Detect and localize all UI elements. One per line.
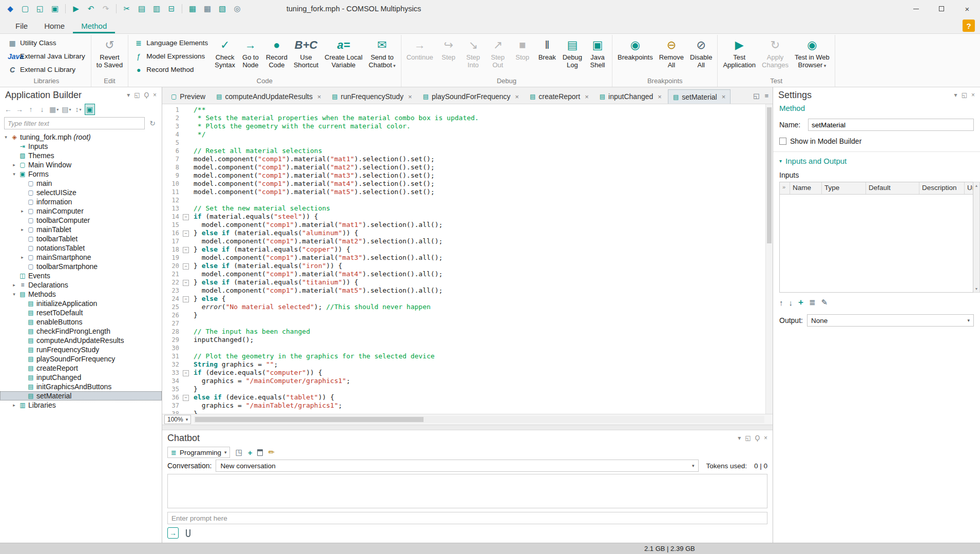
edit-button[interactable]: ✎ bbox=[821, 298, 828, 307]
tree-item-forms[interactable]: ▾▣Forms bbox=[0, 169, 162, 179]
code-line[interactable]: 6// Reset all material selections bbox=[162, 147, 773, 155]
inputs-table-body[interactable] bbox=[780, 195, 973, 292]
move-up-icon[interactable]: ↑ bbox=[26, 104, 36, 115]
editor-vertical-scrollbar[interactable] bbox=[765, 104, 773, 414]
editor-tab-runfrequencystudy[interactable]: ▤runFrequencyStudy× bbox=[328, 89, 417, 104]
add-button[interactable]: + bbox=[798, 297, 803, 308]
save-icon[interactable]: ▣ bbox=[49, 3, 61, 15]
ribbon-tab-home[interactable]: Home bbox=[36, 19, 73, 33]
ribbon-button-language-elements[interactable]: ≣Language Elements bbox=[131, 36, 211, 49]
tree-item-mainsmartphone[interactable]: ▸▢mainSmartphone bbox=[0, 253, 162, 262]
splitter[interactable] bbox=[162, 425, 773, 430]
move-down-icon[interactable]: ↓ bbox=[37, 104, 47, 115]
tree-item-maintablet[interactable]: ▸▢mainTablet bbox=[0, 225, 162, 234]
mode-select[interactable]: ≣ Programming ▾ bbox=[167, 447, 230, 458]
code-line[interactable]: 15 model.component("comp1").material("ma… bbox=[162, 221, 773, 229]
code-line[interactable]: 2 * Sets the material properties when th… bbox=[162, 114, 773, 122]
ribbon-button-debug-log[interactable]: ▤Debug Log bbox=[560, 35, 585, 69]
conversation-select[interactable]: New conversation ▾ bbox=[216, 460, 699, 472]
code-line[interactable]: 4 */ bbox=[162, 130, 773, 139]
code-line[interactable]: 14if (material.equals("steel")) { bbox=[162, 213, 773, 221]
pin-icon[interactable]: Ϙ bbox=[755, 434, 760, 442]
ribbon-button-step[interactable]: ↪Step bbox=[437, 35, 460, 61]
code-line[interactable]: 20} else if (material.equals("iron")) { bbox=[162, 262, 773, 270]
ribbon-button-remove-all[interactable]: ⊖Remove All bbox=[657, 35, 686, 69]
tree-item-playsoundforfrequency[interactable]: ▤playSoundForFrequency bbox=[0, 354, 162, 364]
tree-item-initgraphicsandbuttons[interactable]: ▤initGraphicsAndButtons bbox=[0, 382, 162, 391]
tree-item-createreport[interactable]: ▤createReport bbox=[0, 364, 162, 373]
add-conversation-icon[interactable]: + bbox=[248, 448, 253, 457]
back-icon[interactable]: ← bbox=[3, 104, 13, 115]
close-icon[interactable]: × bbox=[764, 434, 767, 442]
scroll-down-icon[interactable]: ▼ bbox=[975, 287, 978, 291]
name-input[interactable] bbox=[808, 119, 974, 131]
collapse-icon[interactable]: ▾ bbox=[738, 434, 741, 442]
fold-marker-icon[interactable] bbox=[182, 245, 190, 254]
fold-marker-icon[interactable] bbox=[182, 229, 190, 237]
code-line[interactable]: 36else if (device.equals("tablet")) { bbox=[162, 393, 773, 402]
fold-marker-icon[interactable] bbox=[182, 369, 190, 377]
code-line[interactable]: 8model.component("comp1").material("mat2… bbox=[162, 163, 773, 171]
tree-item-checkfindpronglength[interactable]: ▤checkFindProngLength bbox=[0, 327, 162, 336]
maximize-button[interactable] bbox=[929, 0, 954, 17]
code-line[interactable]: 31// Plot the geometry in the graphics f… bbox=[162, 352, 773, 360]
chart-icon[interactable]: ▧ bbox=[216, 3, 228, 15]
ribbon-button-create-local-variable[interactable]: a=Create Local Variable bbox=[322, 35, 365, 69]
delete-conversation-icon[interactable] bbox=[257, 449, 263, 456]
run-icon[interactable]: ▶ bbox=[70, 3, 82, 15]
tree-item-toolbartablet[interactable]: ▢toolbarTablet bbox=[0, 234, 162, 243]
code-line[interactable]: 25 error("No material selected"); //This… bbox=[162, 303, 773, 311]
zoom-icon[interactable]: ◎ bbox=[231, 3, 243, 15]
ribbon-button-external-java-library[interactable]: JavaExternal Java Library bbox=[5, 50, 88, 63]
tree-item-information[interactable]: ▢information bbox=[0, 197, 162, 206]
zoom-select[interactable]: 100%▾ bbox=[164, 415, 191, 424]
view-columns-icon[interactable]: ▤▾ bbox=[61, 104, 72, 115]
tree-item-runfrequencystudy[interactable]: ▤runFrequencyStudy bbox=[0, 345, 162, 354]
code-line[interactable]: 9model.component("comp1").material("mat3… bbox=[162, 171, 773, 180]
ribbon-button-test-in-web-browser[interactable]: ◉Test in Web Browser ▾ bbox=[792, 35, 832, 70]
code-line[interactable]: 11model.component("comp1").material("mat… bbox=[162, 188, 773, 196]
expand-toggle-icon[interactable]: ▾ bbox=[2, 135, 10, 140]
redo-icon[interactable]: ↷ bbox=[100, 3, 112, 15]
code-line[interactable]: 12 bbox=[162, 196, 773, 204]
fold-marker-icon[interactable] bbox=[182, 295, 190, 303]
tree-item-notationstablet[interactable]: ▢notationsTablet bbox=[0, 243, 162, 253]
tree-item-selectuisize[interactable]: ▢selectUISize bbox=[0, 188, 162, 197]
table-scrollbar[interactable]: ▲ ▼ bbox=[973, 182, 980, 293]
checkbox-icon[interactable] bbox=[779, 138, 786, 145]
edit-table-button[interactable]: ≣ bbox=[809, 298, 816, 307]
tree-item-setmaterial[interactable]: ▤setMaterial bbox=[0, 391, 162, 400]
column-header-name[interactable]: Name bbox=[790, 182, 822, 194]
cut-icon[interactable]: ✂ bbox=[121, 3, 133, 15]
ribbon-button-check-syntax[interactable]: ✓Check Syntax bbox=[212, 35, 238, 69]
column-header-type[interactable]: Type bbox=[822, 182, 866, 194]
code-line[interactable]: 26} bbox=[162, 311, 773, 319]
editor-tab-preview[interactable]: ▢Preview bbox=[166, 89, 210, 104]
column-header-un[interactable]: Un bbox=[965, 182, 973, 194]
send-icon[interactable]: → bbox=[167, 527, 179, 539]
tree-item-enablebuttons[interactable]: ▤enableButtons bbox=[0, 317, 162, 327]
code-line[interactable]: 16} else if (material.equals("aluminum")… bbox=[162, 229, 773, 237]
code-line[interactable]: 24} else { bbox=[162, 295, 773, 303]
ribbon-button-external-c-library[interactable]: CExternal C Library bbox=[5, 63, 88, 76]
expand-toggle-icon[interactable]: ▾ bbox=[10, 292, 18, 297]
ribbon-button-stop[interactable]: ■Stop bbox=[511, 35, 534, 61]
ribbon-button-disable-all[interactable]: ⊘Disable All bbox=[687, 35, 715, 69]
expand-toggle-icon[interactable]: ▾ bbox=[10, 171, 18, 177]
view-grid-icon[interactable]: ▦▾ bbox=[48, 104, 60, 115]
ribbon-tab-method[interactable]: Method bbox=[73, 19, 115, 33]
restore-pane-icon[interactable]: ◱ bbox=[753, 92, 759, 100]
close-tab-icon[interactable]: × bbox=[515, 93, 519, 101]
ribbon-button-break[interactable]: ‖Break bbox=[535, 35, 559, 61]
collapse-icon[interactable]: ▾ bbox=[954, 91, 957, 99]
fold-marker-icon[interactable] bbox=[182, 262, 190, 270]
scrollbar-thumb[interactable] bbox=[195, 417, 423, 422]
output-select[interactable]: None ▾ bbox=[807, 314, 974, 327]
minimize-button[interactable] bbox=[903, 0, 929, 17]
tree-item-maincomputer[interactable]: ▸▢mainComputer bbox=[0, 206, 162, 216]
code-line[interactable]: 29inputChanged(); bbox=[162, 336, 773, 344]
close-tab-icon[interactable]: × bbox=[722, 93, 726, 101]
editor-horizontal-scrollbar[interactable] bbox=[194, 416, 764, 423]
code-line[interactable]: 33if (device.equals("computer")) { bbox=[162, 369, 773, 377]
tree-item-declarations[interactable]: ▸≡Declarations bbox=[0, 280, 162, 290]
